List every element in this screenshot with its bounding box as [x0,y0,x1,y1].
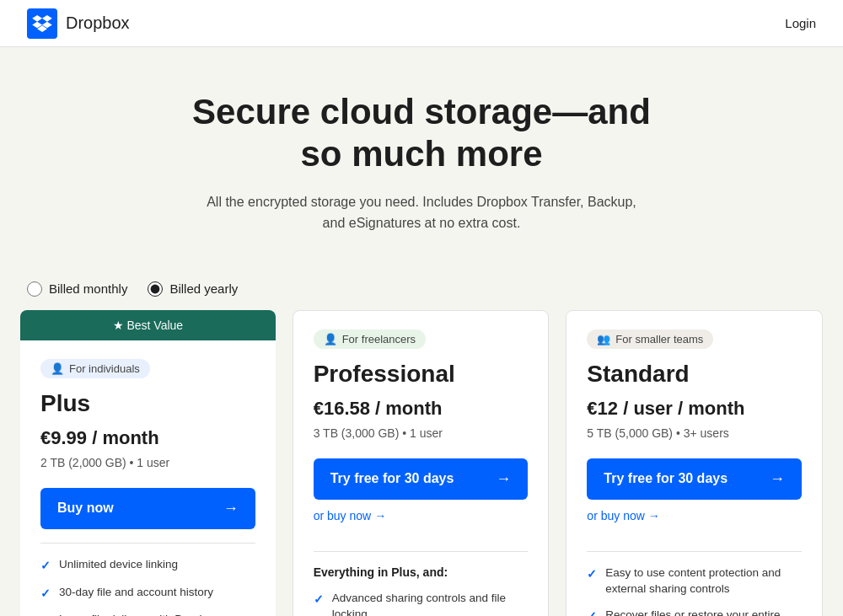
professional-or-buy-link[interactable]: or buy now → [314,509,386,522]
standard-features-list: ✓ Easy to use content protection and ext… [587,565,802,616]
plus-features-list: ✓ Unlimited device linking ✓ 30-day file… [40,557,255,616]
divider-professional [314,551,529,552]
plan-storage-professional: 3 TB (3,000 GB) • 1 user [314,426,529,440]
billing-yearly-label: Billed yearly [169,281,238,296]
standard-or-buy-link[interactable]: or buy now → [587,509,659,522]
or-buy-label: or buy now [314,509,371,522]
plan-price-standard: €12 / user / month [587,398,802,420]
list-item: ✓ 30-day file and account history [40,585,255,603]
plan-badge-label-standard: For smaller teams [615,333,703,345]
billing-yearly-radio[interactable] [148,281,163,297]
plan-badge-standard: 👥 For smaller teams [587,329,713,349]
cta-arrow-icon: → [770,470,785,488]
professional-features-list: ✓ Advanced sharing controls and file loc… [314,591,529,616]
plans-container: ★ Best Value 👤 For individuals Plus €9.9… [0,310,843,616]
feature-text: 30-day file and account history [59,585,213,601]
plan-name-professional: Professional [314,361,529,388]
person-icon: 👤 [51,362,64,375]
features-intro-professional: Everything in Plus, and: [314,565,529,579]
dropbox-icon [32,15,52,32]
arrow-icon: → [374,509,386,522]
plan-body-standard: 👥 For smaller teams Standard €12 / user … [566,311,822,616]
plan-card-standard: 👥 For smaller teams Standard €12 / user … [566,310,823,616]
professional-cta-label: Try free for 30 days [330,471,454,486]
people-icon: 👥 [597,333,610,345]
cta-arrow-icon: → [496,470,511,488]
plan-body-professional: 👤 For freelancers Professional €16.58 / … [293,311,549,616]
check-icon: ✓ [40,613,51,616]
plan-badge-label-professional: For freelancers [342,333,416,345]
list-item: ✓ Easy to use content protection and ext… [587,565,802,597]
best-value-label: ★ Best Value [113,319,184,332]
or-buy-label: or buy now [587,509,644,522]
hero-section: Secure cloud storage—and so much more Al… [0,47,843,265]
check-icon: ✓ [587,566,597,583]
divider-standard [587,551,802,552]
best-value-banner: ★ Best Value [20,310,276,340]
person-icon: 👤 [324,333,337,345]
header: Dropbox Login [0,0,843,47]
feature-text: Large file delivery with Dropbox Transfe… [59,612,255,616]
logo-container: Dropbox [27,8,130,39]
feature-text: Advanced sharing controls and file locki… [332,591,529,616]
cta-arrow-icon: → [223,500,239,517]
professional-cta-button[interactable]: Try free for 30 days → [314,458,529,500]
plan-card-plus: ★ Best Value 👤 For individuals Plus €9.9… [20,310,276,616]
billing-toggle: Billed monthly Billed yearly [0,265,843,310]
plan-badge-professional: 👤 For freelancers [314,329,426,349]
check-icon: ✓ [40,586,51,603]
list-item: ✓ Large file delivery with Dropbox Trans… [40,612,255,616]
plan-name-standard: Standard [587,361,802,388]
billing-monthly-label: Billed monthly [49,281,127,296]
plan-body-plus: 👤 For individuals Plus €9.99 / month 2 T… [20,340,276,616]
dropbox-wordmark: Dropbox [66,13,130,33]
hero-subtitle: All the encrypted storage you need. Incl… [194,191,649,234]
check-icon: ✓ [40,558,51,575]
list-item: ✓ Recover files or restore your entire a… [587,608,802,616]
check-icon: ✓ [314,592,324,608]
plan-card-professional: 👤 For freelancers Professional €16.58 / … [293,310,550,616]
feature-text: Recover files or restore your entire acc… [605,608,802,616]
plus-cta-button[interactable]: Buy now → [40,488,255,529]
dropbox-logo-icon [27,8,57,39]
plan-badge-label-plus: For individuals [69,362,140,375]
login-button[interactable]: Login [785,16,816,30]
plan-name-plus: Plus [40,390,255,417]
plus-cta-label: Buy now [57,501,114,516]
standard-cta-label: Try free for 30 days [604,471,728,486]
billing-yearly-option[interactable]: Billed yearly [148,281,238,297]
hero-title: Secure cloud storage—and so much more [169,91,674,176]
plan-price-professional: €16.58 / month [314,398,529,420]
divider-plus [40,543,255,544]
plan-storage-plus: 2 TB (2,000 GB) • 1 user [40,456,255,469]
billing-monthly-option[interactable]: Billed monthly [27,281,127,297]
feature-text: Unlimited device linking [59,557,178,573]
plan-badge-plus: 👤 For individuals [40,359,150,378]
standard-cta-button[interactable]: Try free for 30 days → [587,458,802,500]
plan-price-plus: €9.99 / month [40,427,255,449]
billing-monthly-radio[interactable] [27,281,42,297]
list-item: ✓ Advanced sharing controls and file loc… [314,591,529,616]
check-icon: ✓ [587,608,597,616]
plan-storage-standard: 5 TB (5,000 GB) • 3+ users [587,426,802,440]
arrow-icon: → [648,509,660,522]
list-item: ✓ Unlimited device linking [40,557,255,575]
feature-text: Easy to use content protection and exter… [605,565,802,597]
